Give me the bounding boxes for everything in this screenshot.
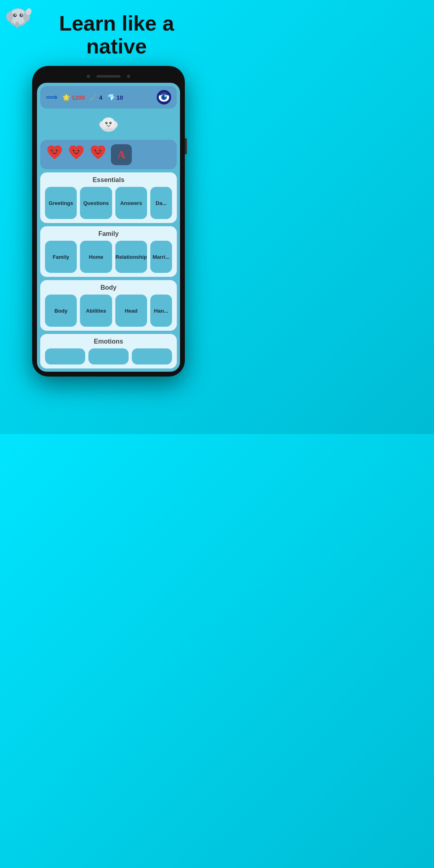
key-stat: 🗝️ 4	[90, 94, 102, 101]
head-card[interactable]: Head	[115, 295, 147, 327]
top-area: Learn like a native	[0, 0, 217, 62]
side-button	[185, 138, 187, 154]
body-card[interactable]: Body	[45, 295, 77, 327]
family-section: Family Family Home Relationship Marri...	[40, 226, 177, 277]
svg-point-20	[106, 122, 107, 123]
essentials-title: Essentials	[45, 176, 172, 184]
letter-badge[interactable]: A	[111, 144, 132, 165]
essentials-grid: Greetings Questions Answers Da...	[45, 187, 172, 219]
heart-2	[68, 144, 85, 165]
svg-point-18	[105, 122, 108, 124]
mascot-top	[4, 4, 32, 32]
key-value: 4	[99, 94, 102, 101]
svg-point-24	[52, 149, 53, 150]
svg-point-17	[102, 117, 115, 127]
body-grid: Body Abilities Head Han...	[45, 295, 172, 327]
svg-point-13	[164, 95, 166, 97]
emotions-title: Emotions	[45, 338, 172, 345]
essentials-section: Essentials Greetings Questions Answers D…	[40, 172, 177, 223]
svg-point-6	[14, 14, 16, 16]
camera-dot-right	[127, 75, 130, 78]
svg-point-26	[73, 149, 75, 151]
answers-card[interactable]: Answers	[115, 187, 147, 219]
sun-stat: 🌟 1200	[62, 94, 85, 101]
emotion-card-2[interactable]	[88, 348, 129, 364]
svg-point-27	[78, 149, 80, 151]
arrow-icon: ⟹	[46, 92, 57, 102]
emotion-card-3[interactable]	[132, 348, 172, 364]
stats-bar: ⟹ 🌟 1200 🗝️ 4 💎 10	[40, 86, 177, 108]
family-card[interactable]: Family	[45, 241, 77, 273]
home-card[interactable]: Home	[80, 241, 112, 273]
svg-point-21	[111, 122, 111, 123]
speaker-bar	[96, 75, 121, 78]
svg-point-23	[56, 149, 58, 151]
svg-point-7	[21, 14, 23, 16]
key-icon: 🗝️	[90, 94, 98, 101]
diamond-value: 10	[117, 94, 123, 101]
diamond-stat: 💎 10	[107, 94, 123, 101]
emotion-card-1[interactable]	[45, 348, 85, 364]
body-title: Body	[45, 284, 172, 291]
phone-frame: ⟹ 🌟 1200 🗝️ 4 💎 10	[32, 66, 185, 377]
heart-1	[46, 144, 63, 165]
family-title: Family	[45, 230, 172, 237]
sun-icon: 🌟	[62, 94, 70, 101]
days-card-partial[interactable]: Da...	[150, 187, 172, 219]
heart-3	[89, 144, 107, 165]
phone-screen: ⟹ 🌟 1200 🗝️ 4 💎 10	[37, 83, 180, 372]
svg-point-32	[96, 149, 96, 150]
svg-point-29	[79, 149, 80, 150]
body-section: Body Body Abilities Head Han...	[40, 280, 177, 331]
stats-left: ⟹ 🌟 1200 🗝️ 4 💎 10	[46, 92, 123, 102]
sun-value: 1200	[72, 94, 85, 101]
headline: Learn like a native	[59, 12, 174, 58]
questions-card[interactable]: Questions	[80, 187, 112, 219]
eye-button[interactable]	[157, 90, 171, 104]
svg-point-30	[95, 149, 97, 151]
emotions-grid	[45, 348, 172, 364]
cloud-mascot	[37, 112, 180, 140]
marriage-card-partial[interactable]: Marri...	[150, 241, 172, 273]
family-grid: Family Home Relationship Marri...	[45, 241, 172, 273]
camera-dot-left	[87, 75, 90, 78]
svg-point-31	[100, 149, 102, 151]
svg-point-19	[109, 122, 112, 124]
svg-point-28	[74, 149, 75, 150]
hand-card-partial[interactable]: Han...	[150, 295, 172, 327]
greetings-card[interactable]: Greetings	[45, 187, 77, 219]
abilities-card[interactable]: Abilities	[80, 295, 112, 327]
diamond-icon: 💎	[107, 94, 115, 101]
svg-point-2	[6, 12, 13, 22]
svg-point-25	[57, 149, 58, 150]
relationship-card[interactable]: Relationship	[115, 241, 147, 273]
emotions-section: Emotions	[40, 334, 177, 368]
hearts-row: A	[40, 140, 177, 169]
phone-notch	[37, 71, 180, 82]
svg-point-22	[51, 149, 53, 151]
svg-point-33	[100, 149, 101, 150]
